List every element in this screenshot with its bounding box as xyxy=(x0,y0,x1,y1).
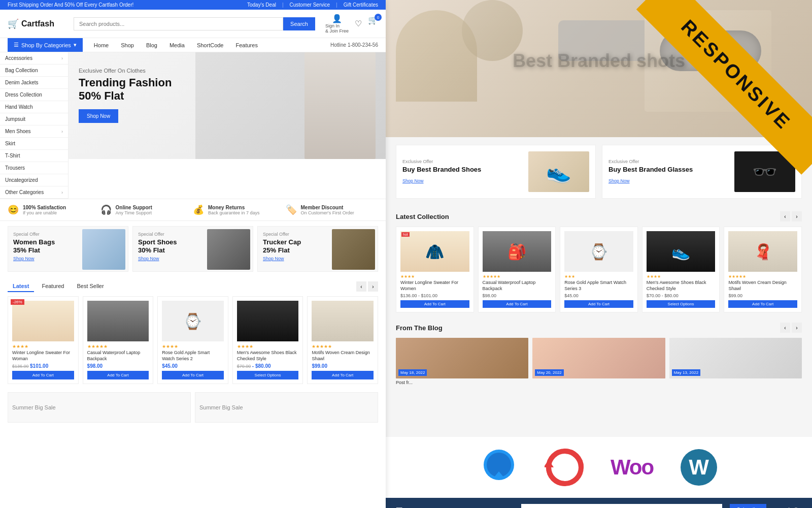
branded-card-glasses: Exclusive Offer Buy Best Branded Glasses… xyxy=(602,145,802,199)
nav-media[interactable]: Media xyxy=(163,39,191,52)
collection-name-4: Men's Awesome Shoes Black Checked Style xyxy=(647,280,716,292)
branded-shoes-title: Buy Best Branded Shoes xyxy=(402,166,523,174)
sidebar-item-other[interactable]: Other Categories› xyxy=(0,186,68,199)
collection-image-4: 👟 xyxy=(647,231,716,272)
from-blog-section: From The Blog ‹ › May 18, 2022 Post fr..… xyxy=(386,318,812,390)
product-prev-button[interactable]: ‹ xyxy=(356,281,366,292)
branded-glasses-image: 🕶️ xyxy=(734,151,795,192)
product-stars-5: ★★★★★ xyxy=(312,344,374,349)
discount-icon: 🏷️ xyxy=(286,204,297,215)
sidebar-item-dress[interactable]: Dress Collection xyxy=(0,89,68,101)
tab-featured[interactable]: Featured xyxy=(37,281,69,292)
search-input[interactable] xyxy=(74,17,283,30)
sidebar-item-uncategorized[interactable]: Uncategorized xyxy=(0,174,68,186)
collection-name-1: Winter Longline Sweater For Women xyxy=(400,280,469,292)
bottom-banner-1: Summer Big Sale xyxy=(8,392,191,423)
nav-home[interactable]: Home xyxy=(88,39,115,52)
feature-returns-text: Money Returns Back guarantee in 7 days xyxy=(208,205,260,215)
sidebar-item-jumpsuit[interactable]: Jumpsuit xyxy=(0,113,68,125)
tab-bestseller[interactable]: Best Seller xyxy=(72,281,109,292)
sidebar-item-men-shoes[interactable]: Men Shoes› xyxy=(0,125,68,138)
shop-categories-button[interactable]: ☰ Shop By Categories ▾ xyxy=(8,38,83,52)
nav-blog[interactable]: Blog xyxy=(140,39,163,52)
branded-section: Exclusive Offer Buy Best Branded Shoes S… xyxy=(386,137,812,206)
nav-shortcode[interactable]: ShortCode xyxy=(191,39,230,52)
blog-date-1: May 18, 2022 xyxy=(398,369,427,376)
collection-next-button[interactable]: › xyxy=(792,211,802,221)
google-plus-icon[interactable]: G+ xyxy=(794,506,802,509)
topbar-left: First Shipping Order And 50% Off Every C… xyxy=(8,2,133,8)
collection-grid: 🧥 hot ★★★★ Winter Longline Sweater For W… xyxy=(396,227,802,312)
sidebar-item-watch[interactable]: Hand Watch xyxy=(0,101,68,113)
product-add-btn-5[interactable]: Add To Cart xyxy=(312,371,374,379)
product-image-2 xyxy=(87,301,149,341)
topbar-deal[interactable]: Today's Deal xyxy=(247,2,276,8)
signin-text: Sign In& Join Free xyxy=(325,23,349,34)
promo-banner-bags: Special Offer Women Bags35% Flat Shop No… xyxy=(8,226,128,272)
newsletter-input[interactable] xyxy=(521,504,722,508)
nav-features[interactable]: Features xyxy=(229,39,263,52)
newsletter-subscribe-button[interactable]: Subscribe xyxy=(730,504,766,508)
tab-latest[interactable]: Latest xyxy=(8,281,34,292)
topbar-service[interactable]: Customer Service xyxy=(290,2,330,8)
signin-group[interactable]: 👤 Sign In& Join Free xyxy=(325,14,349,34)
collection-stars-2: ★★★★★ xyxy=(483,274,552,279)
topbar-gift[interactable]: Gift Certificates xyxy=(344,2,378,8)
branded-shoes-image: 👟 xyxy=(528,151,589,192)
cart-group[interactable]: 🛒 0 xyxy=(368,15,378,32)
blog-date-3: May 13, 2022 xyxy=(672,369,700,376)
best-branded-title: Best Branded shots xyxy=(513,51,685,71)
blog-text-1: Post fr... xyxy=(396,380,528,385)
sidebar-item-bag[interactable]: Bag Collection xyxy=(0,65,68,77)
refresh-svg xyxy=(545,447,585,488)
product-add-btn-1[interactable]: Add To Cart xyxy=(12,371,74,379)
logo-text: Cartfash xyxy=(21,19,54,28)
chat-svg xyxy=(479,447,519,488)
wishlist-group[interactable]: ♡ xyxy=(355,19,362,28)
product-name-3: Rose Gold Apple Smart Watch Series 2 xyxy=(162,350,224,362)
sidebar-item-denim[interactable]: Denim Jackets xyxy=(0,77,68,89)
product-image-4 xyxy=(237,301,299,341)
nav-bar: ☰ Shop By Categories ▾ Home Shop Blog Me… xyxy=(0,38,386,52)
logo[interactable]: 🛒 Cartfash xyxy=(8,18,69,29)
nav-shop[interactable]: Shop xyxy=(115,39,140,52)
right-main-content: Exclusive Offer Buy Best Branded Shoes S… xyxy=(386,137,812,508)
hero-title-line2: 50% Flat xyxy=(79,89,124,102)
collection-add-btn-3[interactable]: Add To Cart xyxy=(564,300,633,308)
collection-stars-1: ★★★★ xyxy=(400,274,469,279)
collection-stars-4: ★★★★ xyxy=(647,274,716,279)
hero-shop-now-button[interactable]: Shop Now xyxy=(79,109,118,123)
top-bar: First Shipping Order And 50% Off Every C… xyxy=(0,0,386,10)
youtube-icon[interactable]: ▶ xyxy=(779,506,784,509)
hero-title: Trending Fashion 50% Flat xyxy=(79,76,172,103)
sidebar-item-trousers[interactable]: Trousers xyxy=(0,162,68,174)
collection-add-btn-5[interactable]: Add To Cart xyxy=(728,300,797,308)
header: 🛒 Cartfash Search 👤 Sign In& Join Free ♡… xyxy=(0,10,386,38)
branded-glasses-link[interactable]: Shop Now xyxy=(608,178,630,183)
sidebar-item-tshirt[interactable]: T-Shirt xyxy=(0,150,68,162)
sidebar-item-skirt[interactable]: Skirt xyxy=(0,138,68,150)
chevron-down-icon: ▾ xyxy=(74,42,77,48)
collection-select-btn-4[interactable]: Select Options xyxy=(647,300,716,308)
product-add-btn-2[interactable]: Add To Cart xyxy=(87,371,149,379)
product-add-btn-3[interactable]: Add To Cart xyxy=(162,371,224,379)
branded-shoes-link[interactable]: Shop Now xyxy=(402,178,424,183)
search-button[interactable]: Search xyxy=(283,17,315,30)
hero-exclusive-label: Exclusive Offer On Clothes xyxy=(79,68,172,74)
collection-card-3: ⌚ ★★★ Rose Gold Apple Smart Watch Series… xyxy=(560,227,638,312)
product-card-1: -26% ★★★★ Winter Longline Sweater For Wo… xyxy=(8,296,79,384)
latest-collection-header: Latest Collection ‹ › xyxy=(396,211,802,221)
blog-prev-button[interactable]: ‹ xyxy=(780,323,790,333)
product-grid: -26% ★★★★ Winter Longline Sweater For Wo… xyxy=(8,296,378,384)
blog-header: From The Blog ‹ › xyxy=(396,323,802,333)
product-select-btn-4[interactable]: Select Options xyxy=(237,371,299,379)
collection-add-btn-2[interactable]: Add To Cart xyxy=(483,300,552,308)
sidebar-item-accessories[interactable]: Accessories› xyxy=(0,52,68,65)
satisfaction-icon: 😊 xyxy=(8,204,19,215)
collection-add-btn-1[interactable]: Add To Cart xyxy=(400,300,469,308)
bottom-banner-1-label: Summer Big Sale xyxy=(12,404,56,410)
product-next-button[interactable]: › xyxy=(368,281,378,292)
collection-prev-button[interactable]: ‹ xyxy=(780,211,790,221)
blog-next-button[interactable]: › xyxy=(792,323,802,333)
facebook-icon[interactable]: f xyxy=(788,506,789,509)
